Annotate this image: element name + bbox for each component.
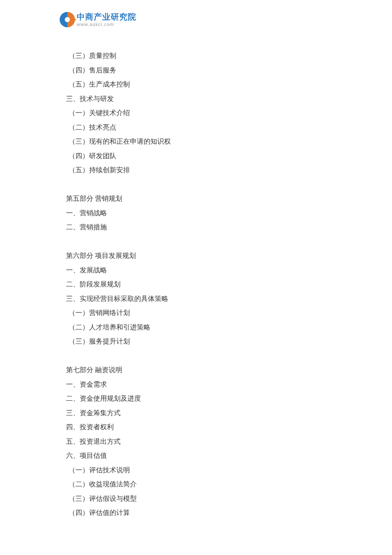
- toc-line: （二）人才培养和引进策略: [66, 320, 330, 335]
- section-gap: [66, 349, 330, 363]
- toc-line: （三）服务提升计划: [66, 334, 330, 349]
- toc-line: 三、技术与研发: [66, 92, 330, 106]
- toc-line: 一、营销战略: [66, 206, 330, 220]
- section-gap: [66, 234, 330, 249]
- toc-line: （二）收益现值法简介: [66, 477, 330, 491]
- toc-line: 二、营销措施: [66, 220, 330, 234]
- toc-line: 一、发展战略: [66, 263, 330, 278]
- toc-line: （一）关键技术介绍: [66, 106, 330, 120]
- toc-line: （四）售后服务: [66, 63, 330, 78]
- logo-subtitle: www.askci.com: [77, 22, 136, 27]
- toc-line: （四）研发团队: [66, 149, 330, 163]
- toc-line: （二）技术亮点: [66, 120, 330, 135]
- toc-line: 一、资金需求: [66, 377, 330, 392]
- toc-line: （四）评估值的计算: [66, 506, 330, 520]
- document-body: （三）质量控制（四）售后服务（五）生产成本控制三、技术与研发（一）关键技术介绍（…: [66, 49, 330, 520]
- toc-line: 四、投资者权利: [66, 420, 330, 434]
- toc-line: （一）营销网络计划: [66, 306, 330, 320]
- toc-line: （三）现有的和正在申请的知识权: [66, 134, 330, 149]
- toc-line: 第六部分 项目发展规划: [66, 249, 330, 263]
- toc-line: （三）质量控制: [66, 49, 330, 63]
- toc-line: 三、资金筹集方式: [66, 406, 330, 420]
- toc-line: 五、投资退出方式: [66, 434, 330, 449]
- toc-line: 二、阶段发展规划: [66, 277, 330, 292]
- toc-line: （一）评估技术说明: [66, 463, 330, 477]
- toc-line: （三）评估假设与模型: [66, 491, 330, 506]
- page-header: 中商产业研究院 www.askci.com: [60, 12, 136, 27]
- toc-line: 第七部分 融资说明: [66, 363, 330, 377]
- toc-line: （五）持续创新安排: [66, 163, 330, 177]
- toc-line: 二、资金使用规划及进度: [66, 391, 330, 406]
- toc-line: 六、项目估值: [66, 448, 330, 463]
- toc-line: 三、实现经营目标采取的具体策略: [66, 292, 330, 306]
- logo-text: 中商产业研究院 www.askci.com: [77, 13, 136, 27]
- toc-line: （五）生产成本控制: [66, 77, 330, 92]
- toc-line: 第五部分 营销规划: [66, 191, 330, 206]
- logo-title: 中商产业研究院: [77, 13, 136, 21]
- logo-icon: [60, 12, 75, 27]
- section-gap: [66, 177, 330, 192]
